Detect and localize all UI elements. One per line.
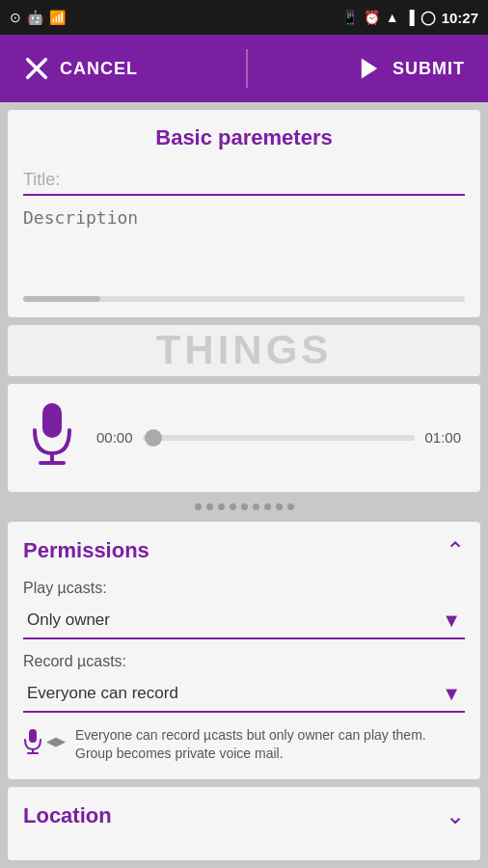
info-mic-icon: ◀▶ — [23, 728, 66, 755]
svg-marker-2 — [362, 59, 377, 79]
permissions-info-row: ◀▶ Everyone can record µcasts but only o… — [23, 726, 465, 764]
dots-indicator — [8, 500, 480, 514]
alarm-icon: ⏰ — [364, 10, 380, 25]
submit-label: SUBMIT — [393, 59, 465, 79]
dot-9 — [287, 503, 294, 510]
wifi-icon: ▲ — [386, 10, 399, 25]
play-label: Play µcasts: — [23, 580, 465, 597]
android-icon: ⊙ — [10, 10, 21, 25]
status-bar: ⊙ 🤖 📶 📱 ⏰ ▲ ▐ ◯ 10:27 — [0, 0, 488, 35]
network-icon: ▐ — [405, 10, 415, 25]
basic-params-title: Basic paremeters — [23, 125, 465, 150]
location-chevron-down-icon[interactable]: ⌄ — [446, 802, 465, 829]
description-scroll-thumb — [23, 296, 100, 302]
clock: 10:27 — [442, 10, 478, 26]
audio-end-time: 01:00 — [424, 429, 461, 446]
record-dropdown-arrow-icon: ▼ — [442, 683, 461, 705]
toolbar: CANCEL SUBMIT — [0, 35, 488, 102]
description-input[interactable] — [23, 207, 465, 285]
play-dropdown-value: Only owner — [27, 610, 110, 630]
things-banner: THINGS — [8, 325, 480, 376]
toolbar-divider — [246, 49, 248, 88]
play-dropdown-arrow-icon: ▼ — [442, 610, 461, 632]
microphone-icon — [27, 399, 77, 476]
robot-icon: 🤖 — [27, 10, 43, 25]
signal-icon: 📶 — [49, 10, 66, 25]
permissions-card: Permissions ⌃ Play µcasts: Only owner ▼ … — [8, 522, 480, 779]
play-dropdown[interactable]: Only owner ▼ — [23, 603, 465, 639]
sound-waves-icon: ◀▶ — [46, 734, 66, 748]
basic-params-card: Basic paremeters — [8, 110, 480, 317]
audio-slider-thumb — [145, 429, 162, 447]
dot-8 — [276, 503, 283, 510]
audio-controls: 00:00 01:00 — [96, 429, 461, 446]
dot-2 — [206, 503, 213, 510]
svg-rect-3 — [42, 403, 62, 438]
audio-card: 00:00 01:00 — [8, 384, 480, 492]
cancel-button[interactable]: CANCEL — [0, 35, 161, 102]
permissions-title: Permissions — [23, 538, 149, 563]
record-label: Record µcasts: — [23, 653, 465, 670]
cancel-x-icon — [23, 55, 50, 82]
status-bar-right: 📱 ⏰ ▲ ▐ ◯ 10:27 — [341, 10, 478, 26]
location-title: Location — [23, 803, 112, 828]
submit-icon — [356, 55, 383, 82]
dot-3 — [218, 503, 225, 510]
dot-4 — [230, 503, 236, 510]
permissions-chevron-icon[interactable]: ⌃ — [446, 537, 465, 564]
permissions-header: Permissions ⌃ — [23, 537, 465, 564]
things-text: THINGS — [156, 327, 333, 373]
audio-slider[interactable] — [143, 435, 416, 441]
dot-6 — [253, 503, 259, 510]
sync-icon: ◯ — [420, 10, 436, 25]
record-dropdown-value: Everyone can record — [27, 684, 178, 703]
description-scrollbar — [23, 296, 465, 302]
device-icon: 📱 — [341, 10, 358, 25]
dot-5 — [241, 503, 248, 510]
dot-1 — [195, 503, 202, 510]
dot-7 — [264, 503, 271, 510]
location-card: Location ⌄ — [8, 787, 480, 860]
audio-start-time: 00:00 — [96, 429, 133, 446]
status-bar-left: ⊙ 🤖 📶 — [10, 10, 66, 25]
cancel-label: CANCEL — [60, 59, 138, 79]
record-dropdown[interactable]: Everyone can record ▼ — [23, 676, 465, 713]
svg-rect-6 — [29, 729, 37, 743]
title-input[interactable] — [23, 166, 465, 196]
submit-button[interactable]: SUBMIT — [333, 35, 488, 102]
permissions-info-text: Everyone can record µcasts but only owne… — [75, 726, 465, 764]
main-content: Basic paremeters THINGS 00:00 — [0, 102, 488, 868]
location-header: Location ⌄ — [23, 802, 465, 829]
